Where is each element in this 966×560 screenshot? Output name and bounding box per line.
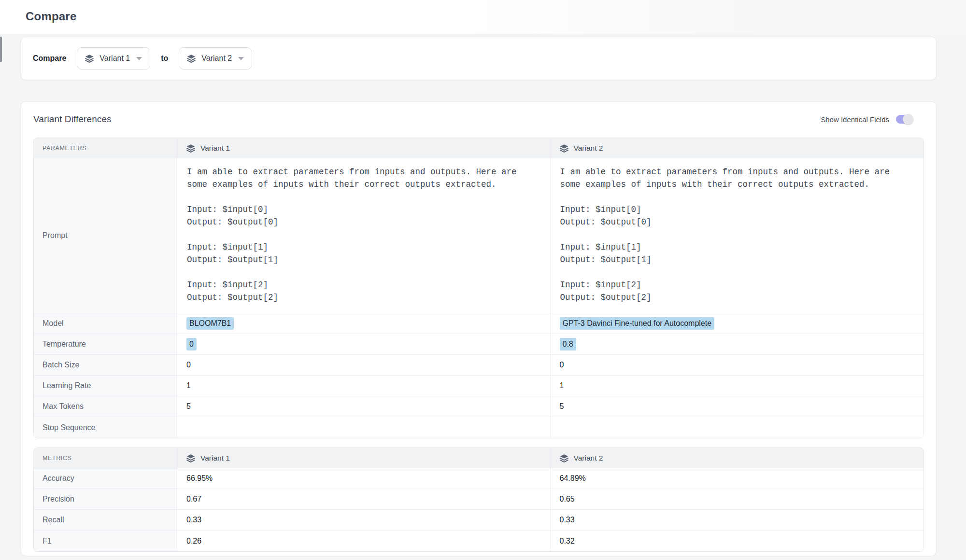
metric-accuracy-variant-2-value: 64.89%: [551, 468, 924, 489]
show-identical-fields-control: Show Identical Fields: [821, 115, 924, 124]
layers-icon: [559, 453, 569, 463]
param-label-prompt: Prompt: [34, 158, 177, 313]
metric-precision-variant-2-value: 0.65: [551, 489, 924, 510]
param-label-max-tokens: Max Tokens: [34, 396, 177, 417]
metric-f1-variant-2-value: 0.32: [551, 531, 924, 551]
to-label: to: [161, 54, 168, 63]
param-temperature-variant-2-value: 0.8: [551, 334, 924, 355]
changed-value-highlight: BLOOM7B1: [186, 317, 234, 330]
param-label-temperature: Temperature: [34, 334, 177, 355]
screen: Compare Compare Variant 1 to Variant 2 V…: [0, 0, 966, 560]
variant-1-column-header-label: Variant 1: [200, 454, 230, 462]
changed-value-highlight: 0.8: [560, 338, 576, 350]
chevron-down-icon: [136, 57, 142, 60]
variant-2-column-header: Variant 2: [551, 448, 924, 468]
param-stop-sequence-variant-1-value: [177, 417, 551, 438]
param-learning-rate-variant-2-value: 1: [551, 376, 924, 396]
scrollbar-thumb[interactable]: [0, 37, 2, 62]
metric-label-recall: Recall: [34, 510, 177, 531]
page-header: Compare: [0, 0, 966, 34]
param-batch-size-variant-1-value: 0: [177, 355, 551, 376]
prompt-value-variant-2: I am able to extract parameters from inp…: [551, 158, 924, 313]
variant-1-dropdown[interactable]: Variant 1: [77, 47, 150, 70]
chevron-down-icon: [238, 57, 244, 60]
metric-label-accuracy: Accuracy: [34, 468, 177, 489]
layers-icon: [559, 143, 569, 153]
panel-header: Variant Differences Show Identical Field…: [33, 114, 924, 125]
layers-icon: [186, 143, 196, 153]
param-learning-rate-variant-1-value: 1: [177, 376, 551, 396]
param-label-learning-rate: Learning Rate: [34, 376, 177, 396]
param-label-stop-sequence: Stop Sequence: [34, 417, 177, 438]
variant-1-column-header: Variant 1: [177, 448, 551, 468]
param-max-tokens-variant-1-value: 5: [177, 396, 551, 417]
toggle-label: Show Identical Fields: [821, 115, 889, 124]
panel-title: Variant Differences: [33, 114, 112, 125]
param-temperature-variant-1-value: 0: [177, 334, 551, 355]
compare-label: Compare: [33, 54, 66, 63]
metric-accuracy-variant-1-value: 66.95%: [177, 468, 551, 489]
param-label-model: Model: [34, 313, 177, 334]
metric-precision-variant-1-value: 0.67: [177, 489, 551, 510]
metrics-table: METRICS Variant 1 Variant 2 Accuracy66.9…: [33, 448, 924, 552]
page-title: Compare: [26, 10, 966, 23]
parameters-table: PARAMETERS Variant 1 Variant 2 Prompt I …: [33, 138, 924, 438]
variant-1-dropdown-label: Variant 1: [99, 54, 130, 63]
layers-icon: [186, 54, 196, 63]
metric-recall-variant-1-value: 0.33: [177, 510, 551, 531]
variant-2-dropdown-label: Variant 2: [201, 54, 232, 63]
variant-2-column-header-label: Variant 2: [574, 144, 603, 153]
changed-value-highlight: GPT-3 Davinci Fine-tuned for Autocomplet…: [560, 317, 715, 330]
param-label-batch-size: Batch Size: [34, 355, 177, 376]
metric-recall-variant-2-value: 0.33: [551, 510, 924, 531]
metrics-section-header: METRICS: [34, 448, 177, 468]
metric-f1-variant-1-value: 0.26: [177, 531, 551, 551]
variant-2-column-header-label: Variant 2: [574, 454, 603, 462]
variant-1-column-header-label: Variant 1: [200, 144, 230, 153]
variant-1-column-header: Variant 1: [177, 138, 551, 158]
layers-icon: [85, 54, 94, 63]
page-bottom-gap: [0, 556, 966, 560]
layers-icon: [186, 453, 196, 463]
param-max-tokens-variant-2-value: 5: [551, 396, 924, 417]
metric-label-precision: Precision: [34, 489, 177, 510]
metric-label-f1: F1: [34, 531, 177, 551]
changed-value-highlight: 0: [186, 338, 197, 350]
prompt-value-variant-1: I am able to extract parameters from inp…: [177, 158, 551, 313]
param-batch-size-variant-2-value: 0: [551, 355, 924, 376]
parameters-section-header: PARAMETERS: [34, 138, 177, 158]
param-model-variant-2-value: GPT-3 Davinci Fine-tuned for Autocomplet…: [551, 313, 924, 334]
variant-2-dropdown[interactable]: Variant 2: [179, 47, 252, 70]
compare-bar: Compare Variant 1 to Variant 2: [21, 37, 937, 80]
toggle-knob: [903, 114, 913, 125]
param-stop-sequence-variant-2-value: [551, 417, 924, 438]
variant-2-column-header: Variant 2: [551, 138, 924, 158]
param-model-variant-1-value: BLOOM7B1: [177, 313, 551, 334]
variant-differences-panel: Variant Differences Show Identical Field…: [21, 101, 937, 556]
show-identical-fields-toggle[interactable]: [896, 115, 911, 124]
